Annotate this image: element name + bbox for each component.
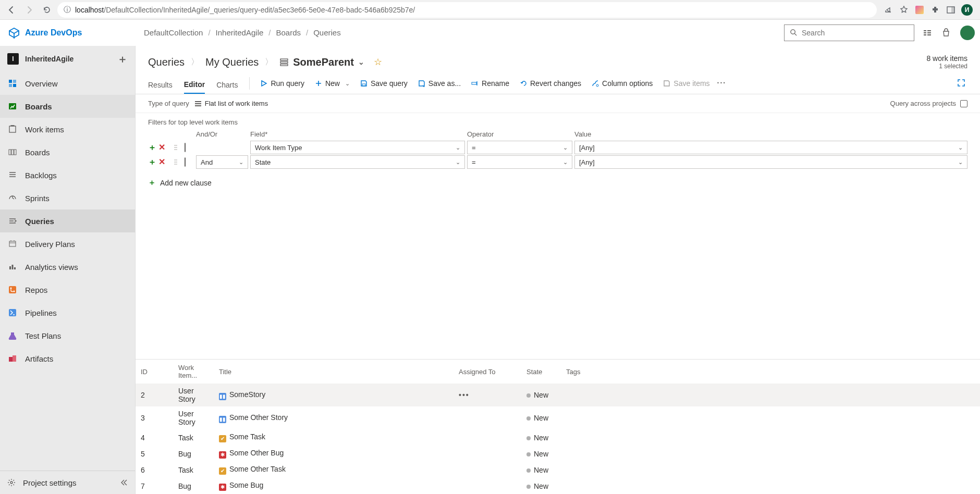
revert-button[interactable]: Revert changes (514, 77, 586, 93)
query-across-label: Query across projects (890, 100, 956, 107)
sidebar-item-boards[interactable]: Boards (0, 95, 135, 118)
add-row-icon[interactable]: ＋ (148, 142, 156, 153)
column-options-button[interactable]: Column options (586, 77, 658, 93)
shopping-bag-icon[interactable] (941, 28, 951, 38)
browser-url-bar[interactable]: ⓘ localhost/DefaultCollection/InheritedA… (57, 2, 877, 18)
side-panel-icon[interactable] (946, 5, 956, 15)
browser-profile-avatar[interactable]: И (961, 4, 973, 16)
grip-icon[interactable] (173, 144, 185, 151)
rename-button[interactable]: Rename (466, 77, 514, 93)
andor-dropdown[interactable]: And⌄ (196, 155, 248, 169)
gear-icon (7, 478, 16, 487)
sidebar-item-work-items[interactable]: Work items (0, 118, 135, 141)
th-work-item-type[interactable]: Work Item... (173, 360, 214, 384)
sidebar-item-test-plans[interactable]: Test Plans (0, 324, 135, 347)
cell-id: 7 (136, 478, 173, 494)
sidebar-project[interactable]: I InheritedAgile ＋ (0, 46, 135, 72)
remove-row-icon[interactable]: ✕ (158, 157, 165, 168)
sidebar-item-boards-sub[interactable]: Boards (0, 141, 135, 164)
th-state[interactable]: State (521, 360, 561, 384)
bc-queries[interactable]: Queries (148, 56, 185, 68)
task-icon: ✔ (219, 435, 226, 442)
field-dropdown[interactable]: Work Item Type⌄ (250, 141, 465, 154)
chevron-down-icon[interactable]: ⌄ (358, 58, 364, 66)
value-dropdown[interactable]: [Any]⌄ (574, 155, 967, 169)
sidebar-item-queries[interactable]: Queries (0, 209, 135, 232)
browser-forward-button[interactable] (22, 3, 36, 17)
th-tags[interactable]: Tags (561, 360, 980, 384)
fullscreen-button[interactable] (957, 79, 967, 91)
extension-icon-1[interactable] (914, 5, 925, 15)
sidebar-item-overview[interactable]: Overview (0, 72, 135, 95)
row-checkbox[interactable] (185, 157, 186, 167)
url-host: localhost (75, 6, 104, 14)
run-query-button[interactable]: Run query (255, 77, 310, 93)
site-info-icon[interactable]: ⓘ (64, 5, 71, 15)
bc-my-queries[interactable]: My Queries (205, 56, 259, 68)
new-button[interactable]: New ⌄ (310, 77, 355, 93)
table-row[interactable]: 4 Task ✔Some Task New (136, 429, 980, 446)
favorite-star-icon[interactable]: ☆ (374, 56, 382, 68)
th-title[interactable]: Title (214, 360, 454, 384)
tab-editor[interactable]: Editor (184, 76, 205, 94)
add-row-icon[interactable]: ＋ (148, 157, 156, 168)
query-type-value[interactable]: Flat list of work items (194, 100, 268, 107)
bookmark-star-icon[interactable] (899, 5, 909, 15)
collapse-sidebar-icon[interactable] (119, 478, 128, 487)
save-as-button[interactable]: Save as... (413, 77, 466, 93)
sidebar-project-settings[interactable]: Project settings (0, 471, 135, 494)
svg-rect-29 (280, 59, 288, 60)
market-icon[interactable] (923, 28, 932, 38)
row-more-button[interactable]: ••• (459, 391, 470, 399)
tab-charts[interactable]: Charts (216, 77, 238, 93)
operator-dropdown[interactable]: =⌄ (467, 141, 572, 154)
app-header: Azure DevOps DefaultCollection / Inherit… (0, 20, 980, 46)
search-box[interactable] (784, 24, 914, 41)
tab-results[interactable]: Results (148, 77, 173, 93)
sidebar-item-repos[interactable]: Repos (0, 278, 135, 301)
operator-dropdown[interactable]: =⌄ (467, 155, 572, 169)
svg-rect-15 (9, 150, 11, 155)
value-dropdown[interactable]: [Any]⌄ (574, 141, 967, 154)
share-icon[interactable] (883, 5, 893, 15)
new-item-plus-icon[interactable]: ＋ (117, 52, 128, 66)
th-assigned[interactable]: Assigned To (454, 360, 521, 384)
table-row[interactable]: 2 User Story ▮▮SomeStory ••• New (136, 384, 980, 406)
add-clause-button[interactable]: ＋ Add new clause (136, 174, 980, 192)
sidebar-item-artifacts[interactable]: Artifacts (0, 347, 135, 370)
sidebar-item-pipelines[interactable]: Pipelines (0, 301, 135, 324)
svg-point-23 (10, 288, 12, 289)
table-row[interactable]: 5 Bug ✱Some Other Bug New (136, 446, 980, 462)
browser-reload-button[interactable] (40, 3, 54, 17)
field-dropdown[interactable]: State⌄ (250, 155, 465, 169)
user-avatar[interactable] (960, 26, 975, 40)
table-row[interactable]: 6 Task ✔Some Other Task New (136, 462, 980, 478)
query-across-checkbox[interactable] (960, 100, 967, 107)
crumb-collection[interactable]: DefaultCollection (144, 28, 203, 37)
sidebar-item-label: Sprints (25, 194, 50, 203)
remove-row-icon[interactable]: ✕ (158, 142, 165, 153)
more-actions-button[interactable]: ··· (717, 79, 727, 91)
crumb-area[interactable]: Boards (276, 28, 301, 37)
brand-logo[interactable]: Azure DevOps (8, 27, 136, 39)
grip-icon[interactable] (173, 158, 185, 166)
th-id[interactable]: ID (136, 360, 173, 384)
sidebar-item-sprints[interactable]: Sprints (0, 187, 135, 209)
row-checkbox[interactable] (185, 143, 186, 152)
browser-back-button[interactable] (4, 3, 19, 17)
cell-tags (561, 429, 980, 446)
button-label: Revert changes (530, 79, 581, 88)
bc-query-title[interactable]: SomeParent ⌄ (279, 56, 364, 68)
table-row[interactable]: 7 Bug ✱Some Bug New (136, 478, 980, 494)
search-input[interactable] (802, 29, 909, 37)
table-row[interactable]: 3 User Story ▮▮Some Other Story New (136, 406, 980, 429)
crumb-page[interactable]: Queries (313, 28, 341, 37)
sidebar-item-delivery-plans[interactable]: Delivery Plans (0, 232, 135, 255)
sidebar-item-backlogs[interactable]: Backlogs (0, 164, 135, 187)
chevron-right-icon: 〉 (191, 57, 199, 68)
svg-rect-16 (11, 150, 14, 155)
sidebar-item-analytics[interactable]: Analytics views (0, 255, 135, 278)
extensions-puzzle-icon[interactable] (930, 5, 940, 15)
crumb-project[interactable]: InheritedAgile (216, 28, 264, 37)
save-query-button[interactable]: Save query (355, 77, 413, 93)
